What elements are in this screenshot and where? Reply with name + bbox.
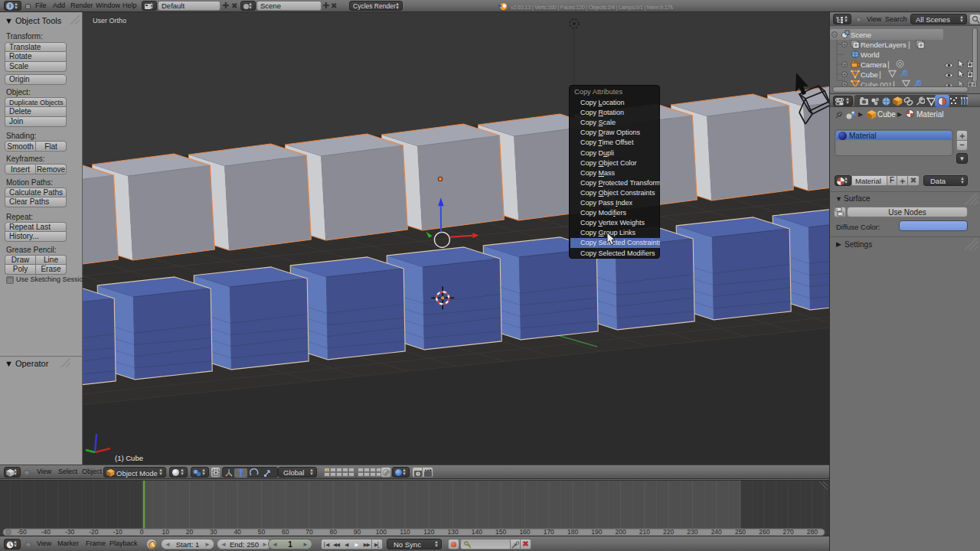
svg-text:230: 230 [687,528,697,536]
svg-text:100: 100 [376,528,387,536]
svg-text:130: 130 [448,528,459,536]
svg-text:40: 40 [234,528,241,536]
svg-text:-50: -50 [17,528,27,536]
svg-text:140: 140 [472,528,482,536]
svg-text:220: 220 [663,528,674,536]
svg-text:-20: -20 [89,528,99,536]
svg-text:110: 110 [400,528,410,536]
svg-text:10: 10 [162,528,170,536]
svg-text:70: 70 [305,528,313,536]
svg-text:120: 120 [423,528,434,536]
svg-text:-40: -40 [41,528,51,536]
svg-text:0: 0 [140,528,144,536]
svg-text:160: 160 [519,528,530,536]
svg-text:250: 250 [735,528,746,536]
svg-text:80: 80 [330,528,338,536]
svg-text:240: 240 [711,528,722,536]
svg-text:200: 200 [616,528,626,536]
svg-text:170: 170 [544,528,554,536]
svg-text:190: 190 [591,528,602,536]
svg-text:90: 90 [354,528,361,536]
svg-text:150: 150 [495,528,506,536]
svg-text:270: 270 [782,528,793,536]
svg-text:60: 60 [282,528,289,536]
svg-text:30: 30 [210,528,217,536]
svg-text:-10: -10 [113,528,123,536]
svg-text:280: 280 [807,528,818,536]
svg-text:20: 20 [186,528,194,536]
svg-text:50: 50 [258,528,266,536]
svg-text:-30: -30 [65,528,75,536]
svg-text:180: 180 [567,528,578,536]
svg-text:210: 210 [639,528,650,536]
svg-text:260: 260 [759,528,769,536]
